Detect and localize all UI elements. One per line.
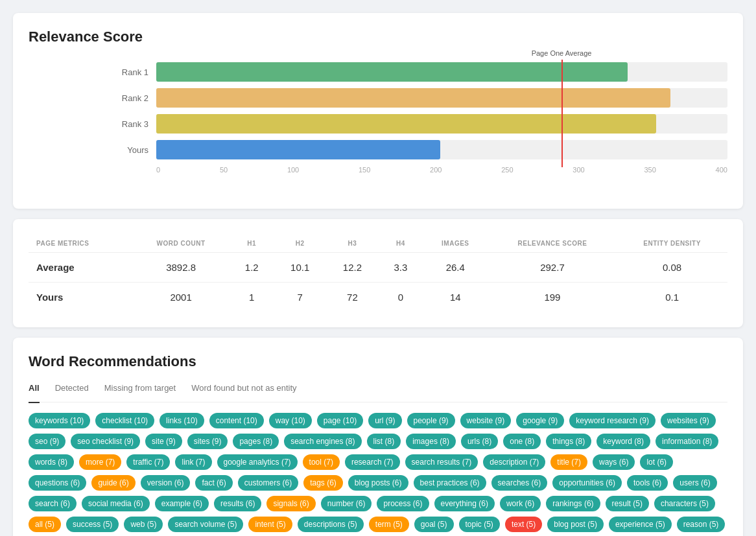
- word-tag[interactable]: page (10): [317, 413, 363, 428]
- metrics-col-header: ENTITY DENSITY: [617, 235, 727, 253]
- word-tag[interactable]: rankings (6): [546, 496, 600, 511]
- word-tag[interactable]: websites (9): [661, 413, 716, 428]
- tab-item[interactable]: Missing from target: [104, 380, 176, 395]
- word-recommendations-title: Word Recommendations: [29, 353, 727, 370]
- metrics-cell: 7: [274, 283, 326, 312]
- metrics-cell: 26.4: [423, 253, 488, 283]
- word-tag[interactable]: keywords (10): [29, 413, 90, 428]
- x-axis-label: 300: [573, 166, 584, 174]
- bar-label: Rank 1: [113, 67, 148, 77]
- word-tag[interactable]: version (6): [141, 475, 191, 491]
- word-tag[interactable]: users (6): [673, 475, 716, 491]
- word-tag[interactable]: checklist (10): [95, 413, 154, 428]
- bar-fill: [156, 114, 656, 134]
- word-tag[interactable]: lot (6): [640, 454, 673, 470]
- word-tag[interactable]: keyword (8): [597, 434, 650, 449]
- word-tag[interactable]: questions (6): [29, 475, 86, 491]
- word-tag[interactable]: success (5): [66, 517, 119, 532]
- word-tag[interactable]: best practices (6): [414, 475, 486, 491]
- tab-item[interactable]: All: [29, 380, 40, 403]
- word-tag[interactable]: pages (8): [233, 434, 279, 449]
- word-tag[interactable]: content (10): [209, 413, 264, 428]
- word-tag[interactable]: process (6): [377, 496, 429, 511]
- bar-row: Yours: [113, 140, 727, 159]
- word-tag[interactable]: searches (6): [491, 475, 548, 491]
- word-tag[interactable]: search volume (5): [168, 517, 243, 532]
- word-tag[interactable]: term (5): [369, 517, 409, 532]
- word-tag[interactable]: blog posts (6): [348, 475, 408, 491]
- word-tag[interactable]: social media (6): [82, 496, 150, 511]
- metrics-col-header: IMAGES: [423, 235, 488, 253]
- metrics-cell: 3.3: [379, 253, 423, 283]
- word-tag[interactable]: tool (7): [303, 454, 340, 470]
- word-tag[interactable]: web (5): [124, 517, 163, 532]
- tab-item[interactable]: Detected: [55, 380, 89, 395]
- word-tag[interactable]: work (6): [500, 496, 541, 511]
- word-tag[interactable]: people (9): [407, 413, 455, 428]
- word-tag[interactable]: all (5): [29, 517, 61, 532]
- word-tag[interactable]: seo (9): [29, 434, 65, 449]
- bar-chart: Page One Average Rank 1 Rank 2 Rank 3 Yo…: [29, 56, 727, 193]
- bar-row: Rank 1: [113, 62, 727, 82]
- word-tag[interactable]: ways (6): [593, 454, 635, 470]
- word-tag[interactable]: link (7): [175, 454, 211, 470]
- word-tag[interactable]: title (7): [550, 454, 587, 470]
- metrics-cell: 72: [326, 283, 379, 312]
- word-tag[interactable]: links (10): [159, 413, 204, 428]
- word-tag[interactable]: list (8): [367, 434, 401, 449]
- word-tag[interactable]: guide (6): [91, 475, 135, 491]
- word-tag[interactable]: blog post (5): [547, 517, 604, 532]
- word-tag[interactable]: reason (5): [677, 517, 726, 532]
- word-tag[interactable]: google analytics (7): [217, 454, 298, 470]
- word-tag[interactable]: way (10): [269, 413, 312, 428]
- metrics-cell: 1: [230, 283, 274, 312]
- word-tag[interactable]: google (9): [516, 413, 564, 428]
- metrics-table: PAGE METRICSWORD COUNTH1H2H3H4IMAGESRELE…: [29, 235, 727, 312]
- word-tag[interactable]: sites (9): [187, 434, 228, 449]
- word-tag[interactable]: descriptions (5): [298, 517, 364, 532]
- x-axis-label: 250: [501, 166, 513, 174]
- word-tag[interactable]: topic (5): [459, 517, 500, 532]
- metrics-row: Yours200117720141990.1: [29, 283, 727, 312]
- word-tag[interactable]: site (9): [145, 434, 182, 449]
- word-tag[interactable]: images (8): [406, 434, 456, 449]
- word-tag[interactable]: result (5): [606, 496, 649, 511]
- metrics-cell: 0.1: [617, 283, 727, 312]
- word-tag[interactable]: example (6): [155, 496, 209, 511]
- word-tag[interactable]: number (6): [321, 496, 372, 511]
- word-tag[interactable]: text (5): [505, 517, 542, 532]
- word-tag[interactable]: urls (8): [461, 434, 498, 449]
- word-tag[interactable]: tools (6): [627, 475, 668, 491]
- word-tag[interactable]: opportunities (6): [552, 475, 622, 491]
- x-axis-label: 100: [287, 166, 299, 174]
- word-tag[interactable]: information (8): [656, 434, 718, 449]
- word-tag[interactable]: fact (6): [195, 475, 232, 491]
- word-tag[interactable]: customers (6): [238, 475, 298, 491]
- word-tag[interactable]: description (7): [483, 454, 545, 470]
- word-tag[interactable]: results (6): [214, 496, 261, 511]
- word-tag[interactable]: more (7): [79, 454, 121, 470]
- word-tag[interactable]: research (7): [345, 454, 400, 470]
- word-tag[interactable]: words (8): [29, 454, 74, 470]
- word-tag[interactable]: keyword research (9): [569, 413, 656, 428]
- metrics-cell: Average: [29, 253, 132, 283]
- word-tag[interactable]: website (9): [460, 413, 512, 428]
- metrics-cell: Yours: [29, 283, 132, 312]
- tab-item[interactable]: Word found but not as entity: [191, 380, 296, 395]
- word-tag[interactable]: signals (6): [266, 496, 315, 511]
- word-tag[interactable]: experience (5): [609, 517, 672, 532]
- word-tag[interactable]: search (6): [29, 496, 77, 511]
- word-tag[interactable]: seo checklist (9): [71, 434, 140, 449]
- word-tag[interactable]: search results (7): [405, 454, 478, 470]
- word-tag[interactable]: things (8): [546, 434, 591, 449]
- word-tag[interactable]: characters (5): [654, 496, 715, 511]
- word-tag[interactable]: goal (5): [414, 517, 454, 532]
- word-tag[interactable]: one (8): [503, 434, 541, 449]
- word-tag[interactable]: intent (5): [248, 517, 292, 532]
- bar-label: Yours: [113, 145, 148, 155]
- word-tag[interactable]: traffic (7): [126, 454, 170, 470]
- word-tag[interactable]: tags (6): [303, 475, 343, 491]
- word-tag[interactable]: search engines (8): [284, 434, 361, 449]
- word-tag[interactable]: everything (6): [434, 496, 495, 511]
- word-tag[interactable]: url (9): [368, 413, 401, 428]
